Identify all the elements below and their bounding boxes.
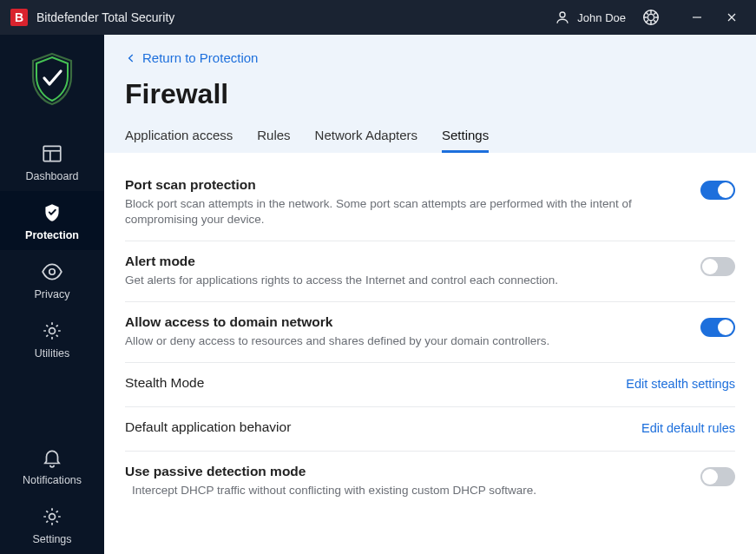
user-account[interactable]: John Doe <box>555 10 626 25</box>
window-controls <box>680 0 749 35</box>
setting-row: Port scan protectionBlock port scan atte… <box>125 165 735 242</box>
setting-description: Allow or deny access to resources and sh… <box>125 333 683 350</box>
svg-point-0 <box>560 12 565 17</box>
sidebar-item-label: Privacy <box>35 288 70 300</box>
setting-title: Default application behavior <box>125 419 624 435</box>
sidebar-item-label: Protection <box>25 229 79 241</box>
page-title: Firewall <box>125 78 735 110</box>
sidebar-item-dashboard[interactable]: Dashboard <box>0 132 104 191</box>
sidebar-item-protection[interactable]: Protection <box>0 191 104 250</box>
app-title: Bitdefender Total Security <box>36 10 174 24</box>
sidebar-item-label: Settings <box>32 533 71 545</box>
back-link-label: Return to Protection <box>142 50 258 65</box>
user-name: John Doe <box>577 11 626 24</box>
toggle-switch[interactable] <box>700 181 735 200</box>
tab-network-adapters[interactable]: Network Adapters <box>315 122 417 153</box>
tab-settings[interactable]: Settings <box>442 122 489 153</box>
svg-point-2 <box>648 14 654 20</box>
privacy-icon <box>41 261 63 283</box>
main-content: Return to Protection Firewall Applicatio… <box>104 35 756 554</box>
toggle-switch[interactable] <box>700 257 735 276</box>
action-link[interactable]: Edit stealth settings <box>626 377 735 391</box>
dashboard-icon <box>41 142 63 165</box>
setting-row: Use passive detection modeIntercept DHCP… <box>125 452 735 511</box>
toggle-switch[interactable] <box>700 467 735 486</box>
setting-description: Block port scan attempts in the network.… <box>125 196 683 229</box>
sidebar-item-utilities[interactable]: Utilities <box>0 309 104 368</box>
setting-row: Default application behaviorEdit default… <box>125 407 735 452</box>
titlebar: B Bitdefender Total Security John Doe <box>0 0 756 35</box>
tab-rules[interactable]: Rules <box>257 122 290 153</box>
setting-row: Alert modeGet alerts for applications ri… <box>125 241 735 302</box>
sidebar-item-privacy[interactable]: Privacy <box>0 250 104 309</box>
sidebar-item-label: Notifications <box>23 474 82 486</box>
back-link[interactable]: Return to Protection <box>125 50 258 65</box>
setting-description: Intercept DHCP traffic without conflicti… <box>125 483 683 499</box>
sidebar-item-notifications[interactable]: Notifications <box>0 436 104 495</box>
close-button[interactable] <box>714 0 749 35</box>
sidebar: Dashboard Protection Privacy Utilities N… <box>0 35 104 554</box>
brand-shield-icon <box>28 50 76 111</box>
user-icon <box>555 10 570 25</box>
setting-title: Port scan protection <box>125 177 683 193</box>
setting-row: Allow access to domain networkAllow or d… <box>125 302 735 363</box>
setting-row: Stealth ModeEdit stealth settings <box>125 363 735 407</box>
svg-point-11 <box>49 514 56 520</box>
setting-title: Alert mode <box>125 254 683 269</box>
action-link[interactable]: Edit default rules <box>641 421 735 435</box>
tab-application-access[interactable]: Application access <box>125 122 233 153</box>
sidebar-item-label: Dashboard <box>25 170 78 182</box>
tabs: Application access Rules Network Adapter… <box>125 122 735 153</box>
setting-title: Stealth Mode <box>125 375 608 391</box>
chevron-left-icon <box>125 52 137 64</box>
utilities-icon <box>41 320 63 342</box>
setting-title: Use passive detection mode <box>125 464 683 479</box>
svg-rect-6 <box>43 146 61 161</box>
sidebar-item-label: Utilities <box>35 347 69 359</box>
svg-point-9 <box>49 269 56 275</box>
content-header: Return to Protection Firewall Applicatio… <box>104 35 756 153</box>
protection-icon <box>41 201 63 224</box>
settings-list: Port scan protectionBlock port scan atte… <box>104 153 756 511</box>
setting-title: Allow access to domain network <box>125 314 683 330</box>
gear-icon <box>41 505 63 528</box>
toggle-switch[interactable] <box>700 318 735 337</box>
support-icon[interactable] <box>641 8 661 27</box>
sidebar-item-settings[interactable]: Settings <box>0 495 104 554</box>
bell-icon <box>41 446 63 469</box>
setting-description: Get alerts for applications rights to ac… <box>125 273 683 289</box>
minimize-button[interactable] <box>680 0 714 35</box>
app-logo: B <box>10 9 28 26</box>
svg-point-10 <box>49 328 56 334</box>
